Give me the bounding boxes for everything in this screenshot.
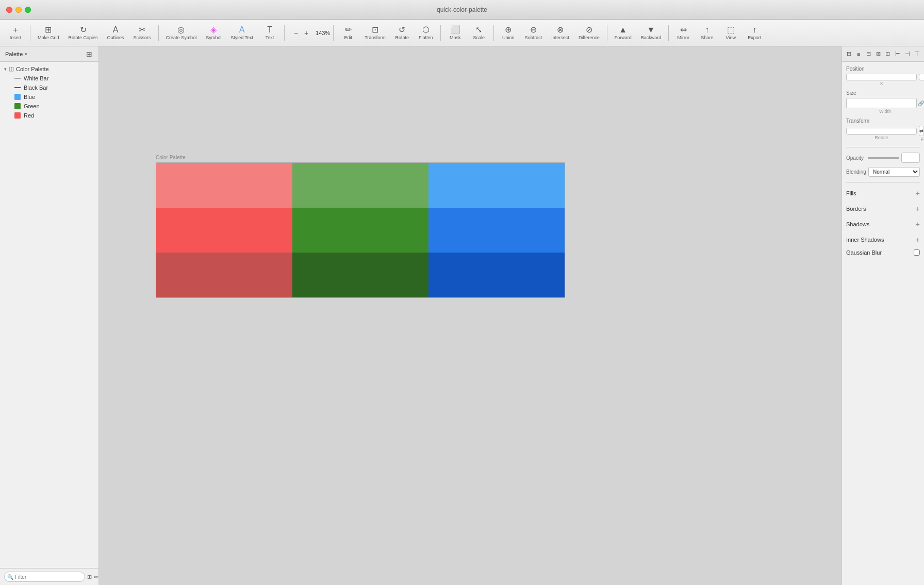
opacity-input[interactable]: [901, 153, 920, 163]
align-center-h-button[interactable]: ≡: [854, 49, 863, 59]
width-input[interactable]: [846, 98, 917, 108]
subtract-button[interactable]: ⊖ Subtract: [521, 24, 547, 42]
main-layout: Palette ▾ ⊞ ▾ ◫ Color Palette White Bar …: [0, 46, 924, 585]
borders-label: Borders: [846, 206, 866, 212]
view-label: View: [726, 35, 736, 40]
lock-ratio-icon[interactable]: 🔗: [918, 101, 924, 106]
left-sidebar: Palette ▾ ⊞ ▾ ◫ Color Palette White Bar …: [0, 46, 99, 585]
filter-input[interactable]: [4, 572, 85, 582]
borders-add-button[interactable]: +: [916, 205, 920, 212]
position-y-input[interactable]: [919, 74, 924, 80]
mask-button[interactable]: ⬜ Mask: [444, 24, 467, 42]
union-icon: ⊕: [505, 26, 512, 34]
symbol-button[interactable]: ◈ Symbol: [202, 24, 225, 42]
align-top-button[interactable]: ⊠: [873, 49, 883, 59]
rotate-input[interactable]: [846, 128, 917, 135]
align-bottom-button[interactable]: ⊢: [893, 49, 902, 59]
subtract-label: Subtract: [525, 35, 542, 40]
layer-item-red[interactable]: Red: [0, 111, 98, 120]
separator-6: [493, 25, 494, 41]
make-grid-icon: ⊞: [45, 26, 52, 34]
minimize-button[interactable]: [15, 7, 22, 13]
insert-button[interactable]: ＋ Insert: [4, 24, 27, 42]
create-symbol-label: Create Symbol: [166, 35, 197, 40]
flatten-button[interactable]: ⬡ Flatten: [415, 24, 437, 42]
close-button[interactable]: [6, 7, 12, 13]
share-icon: ↑: [705, 26, 709, 34]
layer-group-header[interactable]: ▾ ◫ Color Palette: [0, 64, 98, 74]
scale-button[interactable]: ⤡ Scale: [468, 24, 490, 42]
styled-text-button[interactable]: A Styled Text: [226, 24, 257, 42]
layer-chevron-icon: ▾: [4, 66, 7, 72]
view-button[interactable]: ⬚ View: [719, 24, 742, 42]
layer-item-green[interactable]: Green: [0, 102, 98, 111]
layer-item-white-bar[interactable]: White Bar: [0, 74, 98, 83]
shadows-add-button[interactable]: +: [916, 221, 920, 228]
transform-button[interactable]: ⊡ Transform: [360, 24, 390, 42]
scissors-button[interactable]: ✂ Scissors: [129, 24, 155, 42]
rotate-copies-icon: ↻: [80, 26, 87, 34]
edit-button[interactable]: ✏ Edit: [337, 24, 359, 42]
fills-add-button[interactable]: +: [916, 190, 920, 197]
mirror-button[interactable]: ⇔ Mirror: [672, 24, 695, 42]
fills-title-row: Fills +: [846, 188, 920, 199]
forward-button[interactable]: ▲ Forward: [610, 24, 636, 42]
align-center-v-button[interactable]: ⊡: [883, 49, 893, 59]
text-label: Text: [266, 35, 274, 40]
layers-icon[interactable]: ⊞: [87, 574, 92, 580]
size-section: Size 🔗 Width Height: [846, 90, 920, 114]
flip-h-button[interactable]: ⇄: [919, 126, 924, 136]
separator-8: [668, 25, 669, 41]
color-cell-1-1: [292, 208, 428, 253]
color-cell-1-0: [156, 208, 292, 253]
layer-item-blue[interactable]: Blue: [0, 92, 98, 102]
mirror-icon: ⇔: [680, 26, 687, 34]
blending-row: Blending Normal: [846, 167, 920, 177]
intersect-button[interactable]: ⊗ Intersect: [547, 24, 573, 42]
zoom-minus-button[interactable]: −: [292, 29, 300, 37]
zoom-plus-button[interactable]: +: [302, 29, 310, 37]
difference-button[interactable]: ⊘ Difference: [574, 24, 604, 42]
color-palette-label: Color Palette: [156, 155, 565, 160]
gaussian-blur-checkbox[interactable]: [914, 249, 920, 256]
palette-add-button[interactable]: ⊞: [85, 50, 93, 58]
scale-label: Scale: [473, 35, 485, 40]
canvas-area[interactable]: Color Palette: [99, 46, 842, 585]
rotate-copies-button[interactable]: ↻ Rotate Copies: [64, 24, 102, 42]
export-button[interactable]: ↑ Export: [743, 24, 766, 42]
layer-item-black-bar[interactable]: Black Bar: [0, 83, 98, 92]
flatten-icon: ⬡: [422, 26, 430, 34]
inner-shadows-add-button[interactable]: +: [916, 236, 920, 243]
transform-row: Rotate ⇄ ⇅ Flip: [846, 126, 920, 142]
blending-select[interactable]: Normal: [868, 167, 920, 177]
zoom-control: − +: [288, 29, 315, 37]
inner-shadows-label: Inner Shadows: [846, 237, 884, 243]
distribute-v-button[interactable]: ⊤: [913, 49, 922, 59]
palette-title: Palette: [5, 51, 23, 57]
make-grid-button[interactable]: ⊞ Make Grid: [34, 24, 63, 42]
difference-label: Difference: [579, 35, 600, 40]
union-button[interactable]: ⊕ Union: [497, 24, 520, 42]
outlines-button[interactable]: A Outlines: [103, 24, 128, 42]
scissors-icon: ✂: [139, 26, 145, 34]
text-button[interactable]: T Text: [258, 24, 281, 42]
maximize-button[interactable]: [25, 7, 31, 13]
create-symbol-button[interactable]: ◎ Create Symbol: [162, 24, 201, 42]
backward-button[interactable]: ▼ Backward: [637, 24, 666, 42]
share-button[interactable]: ↑ Share: [696, 24, 718, 42]
position-label: Position: [846, 66, 920, 72]
position-x-input[interactable]: [846, 74, 917, 80]
backward-label: Backward: [641, 35, 662, 40]
edit-layers-icon[interactable]: ✏: [94, 574, 98, 580]
mirror-label: Mirror: [678, 35, 690, 40]
align-left-button[interactable]: ⊞: [844, 49, 853, 59]
distribute-h-button[interactable]: ⊣: [903, 49, 912, 59]
align-right-button[interactable]: ⊟: [864, 49, 873, 59]
rotate-button[interactable]: ↺ Rotate: [391, 24, 414, 42]
gaussian-blur-section: Gaussian Blur: [846, 249, 920, 256]
fills-section: Fills +: [846, 188, 920, 199]
align-toolbar: ⊞ ≡ ⊟ ⊠ ⊡ ⊢ ⊣ ⊤: [842, 46, 924, 62]
opacity-slider[interactable]: [868, 157, 899, 159]
search-icon: 🔍: [7, 574, 13, 580]
styled-text-icon: A: [239, 26, 245, 34]
